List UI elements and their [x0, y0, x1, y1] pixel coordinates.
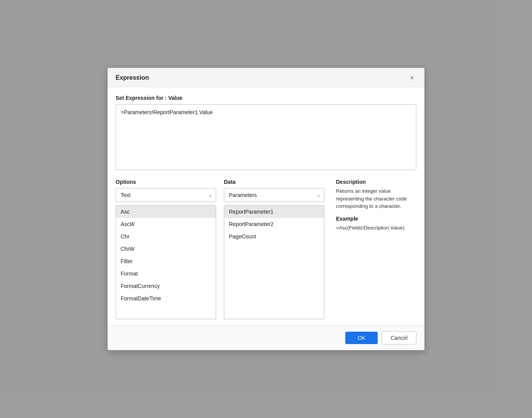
list-item[interactable]: FormatCurrency	[116, 280, 216, 292]
list-item[interactable]: FormatDateTime	[116, 292, 216, 305]
dialog-overlay: Expression × Set Expression for : Value …	[0, 0, 532, 418]
ok-button[interactable]: OK	[345, 332, 378, 344]
list-item[interactable]: ChrW	[116, 243, 216, 255]
dialog-footer: OK Cancel	[108, 325, 424, 350]
data-dropdown[interactable]: Parameters Fields Globals ReportItems Va…	[224, 188, 324, 202]
data-dropdown-wrapper: Parameters Fields Globals ReportItems Va…	[224, 188, 324, 202]
set-expression-label: Set Expression for : Value	[116, 95, 416, 101]
options-data-row: Options Text Format Globals Fields Opera…	[116, 179, 416, 319]
list-item[interactable]: AscW	[116, 218, 216, 230]
dialog-title: Expression	[116, 74, 149, 81]
list-item[interactable]: ReportParameter2	[224, 218, 324, 230]
options-dropdown[interactable]: Text Format Globals Fields Operators Com…	[116, 188, 216, 202]
description-title: Description	[336, 179, 416, 185]
dialog-body: Set Expression for : Value Options Text …	[108, 87, 424, 325]
expression-dialog: Expression × Set Expression for : Value …	[107, 68, 425, 350]
description-text: Returns an integer value representing th…	[336, 187, 416, 210]
options-section: Options Text Format Globals Fields Opera…	[116, 179, 216, 319]
example-title: Example	[336, 216, 416, 222]
options-section-label: Options	[116, 179, 216, 185]
example-text: =Asc(Fields!Description.Value)	[336, 224, 416, 232]
data-section-label: Data	[224, 179, 324, 185]
list-item[interactable]: ReportParameter1	[224, 206, 324, 218]
options-listbox[interactable]: Asc AscW Chr ChrW Filter Format FormatCu…	[116, 205, 216, 319]
options-dropdown-wrapper: Text Format Globals Fields Operators Com…	[116, 188, 216, 202]
list-item[interactable]: Asc	[116, 206, 216, 218]
cancel-button[interactable]: Cancel	[382, 331, 416, 344]
data-listbox[interactable]: ReportParameter1 ReportParameter2 PageCo…	[224, 205, 324, 319]
expression-input[interactable]	[116, 104, 416, 170]
list-item[interactable]: Format	[116, 267, 216, 280]
dialog-header: Expression ×	[108, 68, 424, 87]
list-item[interactable]: PageCount	[224, 230, 324, 243]
list-item[interactable]: Filter	[116, 255, 216, 267]
data-section: Data Parameters Fields Globals ReportIte…	[224, 179, 324, 319]
description-section: Description Returns an integer value rep…	[332, 179, 416, 319]
close-button[interactable]: ×	[408, 74, 416, 82]
list-item[interactable]: Chr	[116, 230, 216, 243]
